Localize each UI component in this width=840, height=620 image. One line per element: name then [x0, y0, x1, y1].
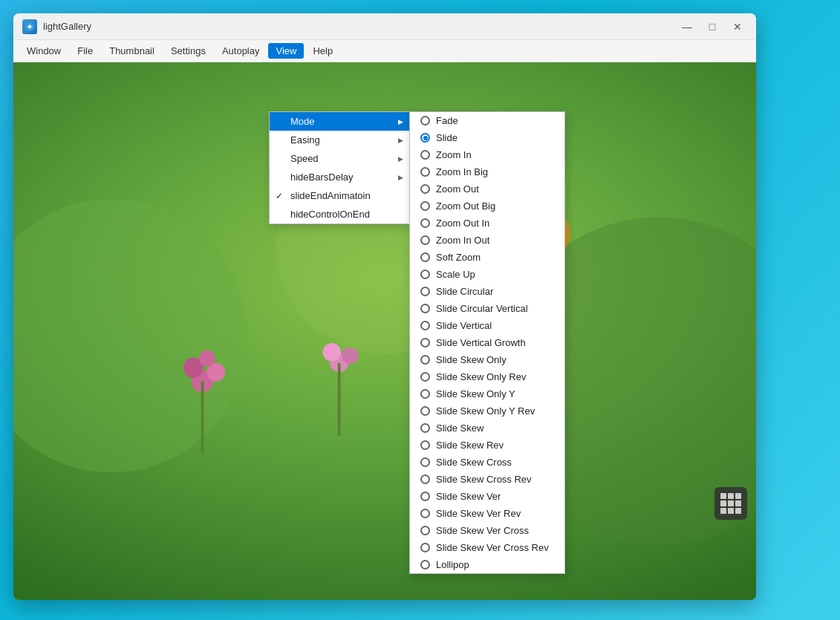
radio-slide-skew-ver-cross: [420, 526, 430, 535]
mode-slide-circular-vertical-label: Slide Circular Vertical: [436, 303, 528, 314]
mode-zoom-in-big-label: Zoom In Big: [436, 166, 488, 177]
mode-slide-skew-cross[interactable]: Slide Skew Cross: [410, 454, 564, 471]
slideendanimation-label: slideEndAnimatoin: [290, 190, 371, 201]
radio-slide-circular-vertical: [420, 304, 430, 313]
mode-slide-vertical[interactable]: Slide Vertical: [410, 317, 564, 334]
radio-slide-skew: [420, 423, 430, 433]
mode-slide-skew-only[interactable]: Slide Skew Only: [410, 351, 564, 368]
radio-slide-skew-cross-rev: [420, 474, 430, 484]
mode-slide-skew-only-rev[interactable]: Slide Skew Only Rev: [410, 368, 564, 385]
menu-file[interactable]: File: [70, 43, 100, 59]
mode-zoom-out-label: Zoom Out: [436, 183, 479, 195]
mode-slide-skew-ver-label: Slide Skew Ver: [436, 491, 501, 502]
hidebarsdelay-menu-item[interactable]: hideBarsDelay: [270, 168, 409, 186]
radio-fade: [420, 116, 430, 125]
mode-slide-skew-ver-cross-rev-label: Slide Skew Ver Cross Rev: [436, 542, 549, 553]
radio-slide-skew-cross: [420, 457, 430, 467]
mode-slide-skew-cross-rev[interactable]: Slide Skew Cross Rev: [410, 471, 564, 488]
check-icon: ✓: [276, 191, 283, 201]
radio-slide-skew-ver-cross-rev: [420, 543, 430, 552]
mode-slide-skew-only-y[interactable]: Slide Skew Only Y: [410, 385, 564, 402]
mode-slide[interactable]: Slide: [410, 129, 564, 146]
mode-label: Mode: [290, 116, 315, 127]
mode-zoom-in-big[interactable]: Zoom In Big: [410, 163, 564, 180]
mode-zoom-out[interactable]: Zoom Out: [410, 180, 564, 198]
mode-zoom-out-in[interactable]: Zoom Out In: [410, 215, 564, 232]
hidecontrolonend-menu-item[interactable]: hideControlOnEnd: [270, 205, 409, 223]
mode-slide-skew-ver-rev[interactable]: Slide Skew Ver Rev: [410, 505, 564, 522]
menu-window[interactable]: Window: [19, 43, 68, 59]
view-menu-dropdown: Mode Easing Speed hideBarsDelay ✓ slideE…: [269, 111, 410, 224]
window-title: lightGallery: [43, 21, 677, 32]
radio-slide-vertical: [420, 321, 430, 330]
mode-zoom-in-out[interactable]: Zoom In Out: [410, 232, 564, 249]
titlebar: lightGallery — □ ✕: [13, 13, 756, 40]
mode-slide-skew-only-y-label: Slide Skew Only Y: [436, 388, 515, 399]
radio-slide-vertical-growth: [420, 338, 430, 347]
mode-slide-circular[interactable]: Slide Circular: [410, 283, 564, 300]
easing-menu-item[interactable]: Easing: [270, 131, 409, 149]
radio-scale-up: [420, 270, 430, 279]
mode-scale-up[interactable]: Scale Up: [410, 266, 564, 283]
mode-slide-circular-vertical[interactable]: Slide Circular Vertical: [410, 300, 564, 317]
easing-label: Easing: [290, 134, 320, 146]
mode-slide-skew-only-rev-label: Slide Skew Only Rev: [436, 371, 526, 382]
mode-slide-skew-ver[interactable]: Slide Skew Ver: [410, 488, 564, 505]
maximize-button[interactable]: □: [703, 19, 722, 34]
mode-slide-skew-ver-cross-rev[interactable]: Slide Skew Ver Cross Rev: [410, 539, 564, 556]
mode-submenu: Fade Slide Zoom In Zoom In Big Zoom Out …: [409, 111, 565, 574]
mode-slide-skew-label: Slide Skew: [436, 422, 484, 434]
menu-autoplay[interactable]: Autoplay: [215, 43, 267, 59]
mode-slide-vertical-growth-label: Slide Vertical Growth: [436, 337, 526, 348]
grid-icon: [720, 493, 741, 514]
hidecontrolonend-label: hideControlOnEnd: [290, 209, 370, 220]
mode-soft-zoom-label: Soft Zoom: [436, 252, 481, 263]
mode-slide-skew-ver-cross-label: Slide Skew Ver Cross: [436, 525, 529, 536]
main-content: Mode Easing Speed hideBarsDelay ✓ slideE…: [13, 62, 756, 600]
minimize-button[interactable]: —: [677, 19, 697, 34]
mode-zoom-out-in-label: Zoom Out In: [436, 218, 489, 229]
svg-point-11: [342, 347, 358, 364]
window-controls: — □ ✕: [677, 19, 747, 34]
radio-slide-skew-ver-rev: [420, 509, 430, 518]
radio-zoom-in: [420, 150, 430, 160]
mode-fade-label: Fade: [436, 115, 458, 126]
mode-zoom-out-big-label: Zoom Out Big: [436, 200, 495, 212]
speed-menu-item[interactable]: Speed: [270, 149, 409, 168]
mode-menu-item[interactable]: Mode: [270, 112, 409, 131]
radio-slide-skew-only-rev: [420, 372, 430, 382]
mode-zoom-out-big[interactable]: Zoom Out Big: [410, 198, 564, 215]
menu-thumbnail[interactable]: Thumbnail: [102, 43, 162, 59]
mode-slide-skew-ver-cross[interactable]: Slide Skew Ver Cross: [410, 522, 564, 539]
hidebarsdelay-label: hideBarsDelay: [290, 172, 354, 183]
mode-lollipop-label: Lollipop: [436, 559, 469, 570]
grid-view-button[interactable]: [714, 487, 747, 520]
menu-view[interactable]: View: [268, 43, 304, 59]
menu-settings[interactable]: Settings: [163, 43, 213, 59]
mode-zoom-in[interactable]: Zoom In: [410, 146, 564, 163]
app-icon: [22, 19, 37, 34]
radio-lollipop: [420, 560, 430, 570]
radio-slide-skew-only-y-rev: [420, 406, 430, 416]
mode-fade[interactable]: Fade: [410, 112, 564, 129]
mode-scale-up-label: Scale Up: [436, 269, 475, 280]
mode-slide-skew[interactable]: Slide Skew: [410, 420, 564, 437]
radio-soft-zoom: [420, 252, 430, 262]
mode-lollipop[interactable]: Lollipop: [410, 556, 564, 573]
close-button[interactable]: ✕: [728, 19, 747, 34]
svg-point-12: [323, 343, 342, 362]
mode-soft-zoom[interactable]: Soft Zoom: [410, 249, 564, 266]
menu-help[interactable]: Help: [305, 43, 340, 59]
slideendanimation-menu-item[interactable]: ✓ slideEndAnimatoin: [270, 186, 409, 205]
radio-slide-circular: [420, 287, 430, 296]
mode-slide-skew-only-y-rev[interactable]: Slide Skew Only Y Rev: [410, 402, 564, 420]
menubar: Window File Thumbnail Settings Autoplay …: [13, 40, 756, 62]
radio-zoom-in-big: [420, 167, 430, 177]
mode-slide-skew-rev[interactable]: Slide Skew Rev: [410, 437, 564, 454]
mode-slide-skew-cross-label: Slide Skew Cross: [436, 457, 512, 468]
mode-slide-circular-label: Slide Circular: [436, 286, 493, 297]
radio-zoom-in-out: [420, 235, 430, 245]
mode-slide-vertical-label: Slide Vertical: [436, 320, 492, 331]
mode-slide-vertical-growth[interactable]: Slide Vertical Growth: [410, 334, 564, 351]
mode-slide-skew-only-label: Slide Skew Only: [436, 354, 507, 365]
